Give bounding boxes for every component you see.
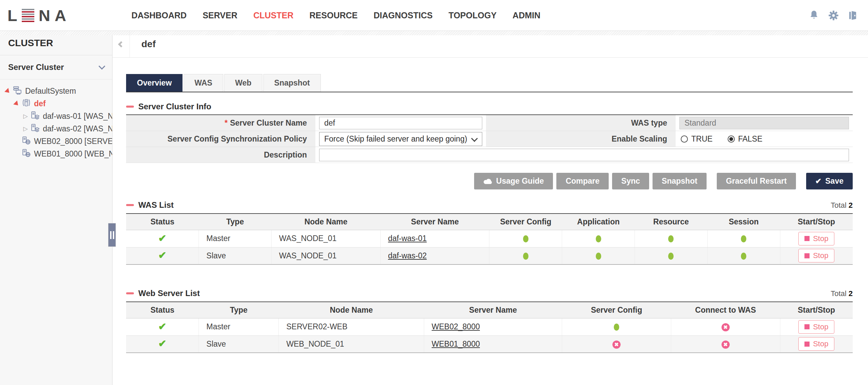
stop-button[interactable]: Stop bbox=[798, 249, 834, 262]
expander-closed-icon[interactable]: ▷ bbox=[21, 113, 30, 119]
stop-button[interactable]: Stop bbox=[798, 320, 834, 334]
was-type-input bbox=[679, 117, 849, 129]
tree-item-daf-was-01[interactable]: ▷ daf-was-01 [WAS_NODE_ bbox=[0, 110, 112, 123]
sync-policy-cell: Force (Skip failed server and keep going… bbox=[315, 131, 486, 147]
web-server-list-table: Status Type Node Name Server Name Server… bbox=[126, 301, 853, 353]
stop-square-icon bbox=[804, 342, 810, 347]
grip-bar-icon bbox=[110, 231, 111, 239]
status-fail-icon: ✖ bbox=[612, 341, 621, 349]
tab-web[interactable]: Web bbox=[224, 74, 262, 92]
status-green-dot-icon bbox=[668, 253, 674, 260]
usage-guide-button[interactable]: Usage Guide bbox=[474, 173, 553, 189]
status-fail-icon: ✖ bbox=[722, 341, 730, 349]
col-node-name: Node Name bbox=[279, 302, 424, 318]
tree-item-web01-8000[interactable]: WEB01_8000 [WEB_NOD bbox=[0, 148, 112, 160]
tab-overview[interactable]: Overview bbox=[126, 74, 183, 92]
tree-item-defaultsystem[interactable]: DefaultSystem bbox=[0, 85, 112, 97]
server-cluster-name-input[interactable] bbox=[319, 117, 482, 129]
sync-policy-select-wrap: Force (Skip failed server and keep going… bbox=[319, 132, 482, 146]
logo-letter-n: N bbox=[39, 7, 50, 23]
status-ok-icon: ✔ bbox=[158, 338, 166, 349]
type-cell: Master bbox=[199, 318, 279, 335]
tab-was[interactable]: WAS bbox=[184, 74, 223, 92]
sync-policy-select[interactable]: Force (Skip failed server and keep going… bbox=[319, 132, 482, 146]
type-cell: Slave bbox=[199, 335, 279, 353]
tab-snapshot[interactable]: Snapshot bbox=[263, 74, 321, 92]
stop-button[interactable]: Stop bbox=[798, 337, 834, 351]
server-name-link[interactable]: daf-was-02 bbox=[388, 251, 427, 260]
sidebar-group-server-cluster[interactable]: Server Cluster bbox=[0, 55, 112, 79]
grip-bar-icon bbox=[113, 231, 114, 239]
section-title: WAS List bbox=[138, 200, 174, 210]
expander-open-icon[interactable] bbox=[3, 89, 12, 93]
type-cell: Master bbox=[199, 230, 272, 247]
logo-letter-a: A bbox=[55, 7, 66, 23]
stop-button[interactable]: Stop bbox=[798, 232, 834, 245]
nav-server[interactable]: SERVER bbox=[203, 11, 237, 20]
nav-diagnostics[interactable]: DIAGNOSTICS bbox=[374, 11, 433, 20]
status-green-dot-icon bbox=[523, 235, 528, 242]
col-server-config: Server Config bbox=[489, 214, 562, 230]
nav-cluster[interactable]: CLUSTER bbox=[253, 11, 293, 20]
server-name-link[interactable]: WEB01_8000 bbox=[432, 340, 480, 348]
logout-icon[interactable] bbox=[848, 10, 858, 21]
lena-logo[interactable]: L N A bbox=[7, 7, 66, 23]
sync-button[interactable]: Sync bbox=[612, 173, 649, 189]
gear-icon[interactable] bbox=[828, 10, 839, 21]
chevron-left-icon bbox=[118, 41, 124, 47]
was-type-label: WAS type bbox=[486, 115, 676, 131]
tree-item-daf-was-02[interactable]: ▷ daf-was-02 [WAS_NODE_ bbox=[0, 123, 112, 135]
cluster-icon bbox=[22, 98, 31, 109]
status-green-dot-icon bbox=[596, 253, 601, 260]
server-name-link[interactable]: daf-was-01 bbox=[388, 234, 427, 243]
node-name-cell: WAS_NODE_01 bbox=[272, 230, 381, 247]
nav-dashboard[interactable]: DASHBOARD bbox=[132, 11, 187, 20]
tree-item-label: daf-was-02 [WAS_NODE_ bbox=[43, 124, 112, 133]
sidebar-title: CLUSTER bbox=[0, 31, 112, 55]
cluster-sidebar: CLUSTER Server Cluster bbox=[0, 31, 112, 385]
sidebar-resize-handle[interactable] bbox=[108, 223, 116, 247]
nav-admin[interactable]: ADMIN bbox=[513, 11, 540, 20]
action-buttons: Usage Guide Compare Sync Snapshot Gracef… bbox=[126, 173, 853, 189]
table-row: ✔ Master WAS_NODE_01 daf-was-01 bbox=[126, 230, 853, 247]
web-icon bbox=[22, 136, 31, 147]
graceful-restart-button[interactable]: Graceful Restart bbox=[717, 173, 796, 189]
enable-scaling-false-radio[interactable]: FALSE bbox=[728, 134, 763, 144]
status-green-dot-icon bbox=[614, 324, 619, 331]
nav-resource[interactable]: RESOURCE bbox=[310, 11, 358, 20]
tree-item-web02-8000[interactable]: WEB02_8000 [SERVER02- bbox=[0, 135, 112, 148]
collapse-sidebar-button[interactable] bbox=[112, 31, 130, 57]
radio-unchecked-icon bbox=[681, 135, 688, 143]
expander-open-icon[interactable] bbox=[12, 102, 21, 106]
main-panel: def Overview WAS Web Snapshot Server Clu… bbox=[112, 31, 868, 385]
tree-item-label: WEB02_8000 [SERVER02- bbox=[34, 137, 112, 146]
tree-item-label: WEB01_8000 [WEB_NOD bbox=[34, 149, 112, 159]
was-list-section: WAS List Total 2 Status bbox=[126, 200, 853, 265]
web-server-list-section: Web Server List Total 2 bbox=[126, 289, 853, 353]
stop-square-icon bbox=[804, 236, 810, 241]
section-header: Server Cluster Info bbox=[126, 102, 853, 111]
check-icon: ✔ bbox=[815, 178, 821, 185]
sync-policy-label: Server Config Synchronization Policy bbox=[126, 131, 315, 147]
server-cluster-name-label: * Server Cluster Name bbox=[126, 115, 315, 131]
section-header: WAS List bbox=[126, 200, 174, 210]
description-input[interactable] bbox=[319, 149, 849, 161]
nav-topology[interactable]: TOPOLOGY bbox=[449, 11, 497, 20]
enable-scaling-label: Enable Scaling bbox=[486, 131, 676, 147]
web-icon bbox=[22, 148, 31, 160]
enable-scaling-true-radio[interactable]: TRUE bbox=[681, 134, 713, 144]
status-green-dot-icon bbox=[596, 235, 601, 242]
save-button[interactable]: ✔ Save bbox=[806, 173, 853, 189]
expander-closed-icon[interactable]: ▷ bbox=[21, 126, 30, 132]
col-server-name: Server Name bbox=[424, 302, 562, 318]
bell-icon[interactable] bbox=[809, 10, 819, 21]
server-cluster-info-section: Server Cluster Info * Server Cluster Nam… bbox=[126, 102, 853, 163]
sidebar-group-label: Server Cluster bbox=[8, 62, 64, 72]
section-dash-icon bbox=[126, 204, 134, 206]
page-body: CLUSTER Server Cluster bbox=[0, 31, 868, 385]
snapshot-button[interactable]: Snapshot bbox=[653, 173, 707, 189]
tree-item-def[interactable]: def bbox=[0, 97, 112, 110]
compare-button[interactable]: Compare bbox=[556, 173, 609, 189]
col-server-name: Server Name bbox=[380, 214, 489, 230]
server-name-link[interactable]: WEB02_8000 bbox=[432, 322, 480, 331]
